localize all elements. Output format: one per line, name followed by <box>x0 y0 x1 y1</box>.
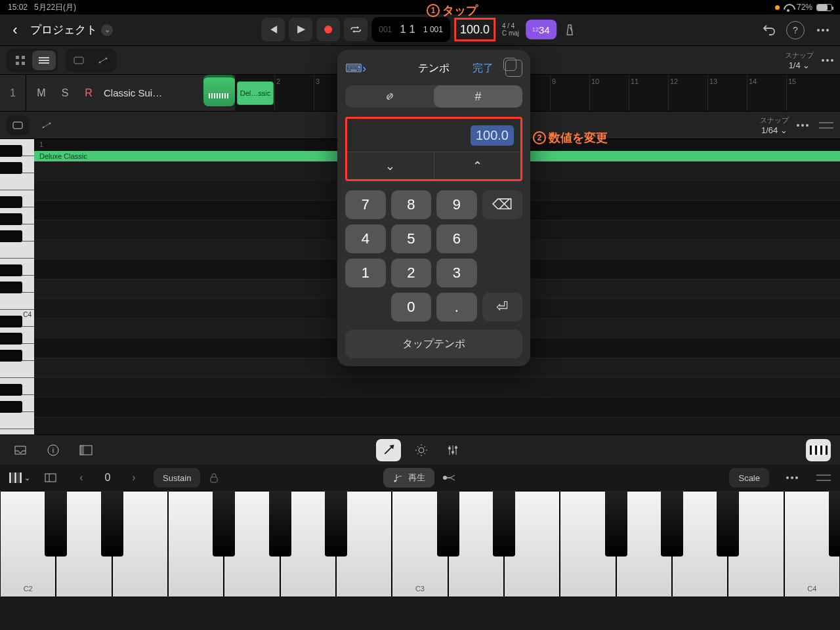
key-0[interactable]: 0 <box>391 293 432 322</box>
key-4[interactable]: 4 <box>345 224 386 253</box>
black-key[interactable] <box>717 491 739 556</box>
key-1[interactable]: 1 <box>345 259 386 287</box>
increment-button[interactable]: ⌃ <box>434 152 521 179</box>
key-8[interactable]: 8 <box>391 190 432 219</box>
octave-down[interactable]: ‹ <box>71 468 92 488</box>
key-6[interactable]: 6 <box>436 224 477 253</box>
timesig: 4 / 4 <box>502 22 519 30</box>
done-button[interactable]: 完了 <box>472 62 494 75</box>
resize-handle-2[interactable] <box>816 474 831 481</box>
play-mode-button[interactable]: 再生 <box>383 468 434 488</box>
octave-up[interactable]: › <box>123 468 144 488</box>
black-key[interactable] <box>605 491 627 556</box>
mixer-icon[interactable] <box>442 440 464 460</box>
glissando-icon[interactable] <box>442 473 457 482</box>
project-title[interactable]: プロジェクト ⌄ <box>30 22 113 37</box>
bbar2-more[interactable] <box>786 476 798 479</box>
pencil-tool[interactable] <box>376 439 401 461</box>
svg-line-26 <box>425 446 426 448</box>
more-button[interactable] <box>814 21 832 39</box>
info-icon[interactable]: i <box>42 440 64 460</box>
ruler-number: 14 <box>749 77 757 85</box>
help-button[interactable]: ? <box>786 21 805 39</box>
mute-button[interactable]: M <box>33 85 50 102</box>
lcd-display[interactable]: 001 1 1 1 001 <box>371 17 450 42</box>
black-key[interactable] <box>437 491 459 556</box>
signature-key-display[interactable]: 4 / 4 C maj <box>499 22 522 37</box>
toolbar-more[interactable] <box>822 59 833 62</box>
back-button[interactable]: ‹ <box>8 22 22 39</box>
edit-mode-segment[interactable] <box>66 49 116 72</box>
inbox-icon[interactable] <box>9 440 32 460</box>
automation-tool-2[interactable] <box>35 116 58 135</box>
tap-tempo-button[interactable]: タップテンポ <box>345 329 522 358</box>
svg-rect-17 <box>80 446 84 455</box>
brightness-icon[interactable] <box>410 440 432 460</box>
key-5[interactable]: 5 <box>391 224 432 253</box>
instrument-icon[interactable] <box>203 75 235 106</box>
black-key[interactable] <box>829 491 840 556</box>
wifi-icon <box>784 4 793 11</box>
undo-button[interactable] <box>761 22 777 38</box>
input-mode-segment[interactable]: # <box>345 85 522 108</box>
black-key[interactable] <box>101 491 123 556</box>
enter-key[interactable]: ⏎ <box>482 293 523 322</box>
clipboard-icon[interactable] <box>505 60 522 77</box>
metronome-button[interactable] <box>560 20 579 39</box>
count-in-button[interactable]: 1234 <box>526 20 556 39</box>
key-9[interactable]: 9 <box>436 190 477 219</box>
svg-point-18 <box>419 448 424 453</box>
position-sub: 1 001 <box>421 25 445 34</box>
sustain-button[interactable]: Sustain <box>154 468 200 488</box>
black-key[interactable] <box>269 491 291 556</box>
black-key[interactable] <box>493 491 515 556</box>
key-2[interactable]: 2 <box>391 259 432 287</box>
solo-button[interactable]: S <box>56 85 74 102</box>
keysig: C maj <box>502 30 519 37</box>
svg-point-31 <box>452 451 454 453</box>
track-name[interactable]: Classic Sui… <box>104 87 162 98</box>
piano-icon[interactable]: ⌄ <box>9 472 30 483</box>
midi-region[interactable]: Del…ssic <box>237 81 274 105</box>
keyboard-toggle[interactable] <box>806 439 831 461</box>
decrement-button[interactable]: ⌄ <box>347 152 434 179</box>
backspace-key[interactable]: ⌫ <box>482 190 523 219</box>
grid-view-button[interactable] <box>9 51 32 70</box>
ruler-number: 13 <box>709 77 717 85</box>
key-7[interactable]: 7 <box>345 190 386 219</box>
automation-tool[interactable] <box>92 51 114 70</box>
numeric-tab[interactable]: # <box>434 85 522 108</box>
view-mode-segment[interactable] <box>7 49 58 72</box>
list-view-button[interactable] <box>32 51 56 70</box>
snap-value[interactable]: 1/4 ⌄ <box>789 60 810 70</box>
marquee-tool[interactable] <box>7 116 29 135</box>
black-key[interactable] <box>45 491 67 556</box>
onscreen-keyboard[interactable]: C2C3C4 <box>0 491 840 597</box>
vertical-piano-keys[interactable]: C4 <box>0 139 34 434</box>
tempo-input-display[interactable]: 100.0 <box>347 119 520 152</box>
split-view-icon[interactable] <box>39 468 62 488</box>
black-key[interactable] <box>213 491 235 556</box>
play-button[interactable] <box>289 18 312 41</box>
lock-icon[interactable] <box>209 472 219 483</box>
go-to-start-button[interactable] <box>261 18 285 41</box>
chevron-down-icon: ⌄ <box>101 24 113 36</box>
resize-handle[interactable] <box>819 122 833 129</box>
region-tool[interactable] <box>68 51 90 70</box>
record-arm-button[interactable]: R <box>80 85 97 102</box>
ruler-number: 12 <box>670 77 678 85</box>
toolbar3-more[interactable] <box>797 124 808 127</box>
key-dot[interactable]: . <box>436 293 477 322</box>
key-3[interactable]: 3 <box>436 259 477 287</box>
panel-icon[interactable] <box>75 440 97 460</box>
record-button[interactable] <box>316 18 340 41</box>
keyboard-input-icon[interactable]: ⌨︎› <box>345 61 366 75</box>
arrangement-ruler[interactable]: Del…ssic 23456789101112131415 <box>235 75 840 111</box>
snap-value-2[interactable]: 1/64 ⌄ <box>761 125 788 135</box>
cycle-button[interactable] <box>344 18 368 41</box>
scale-button[interactable]: Scale <box>729 468 769 488</box>
link-tab[interactable] <box>345 85 434 108</box>
black-key[interactable] <box>661 491 683 556</box>
tempo-display[interactable]: 100.0 <box>454 18 495 41</box>
black-key[interactable] <box>325 491 347 556</box>
